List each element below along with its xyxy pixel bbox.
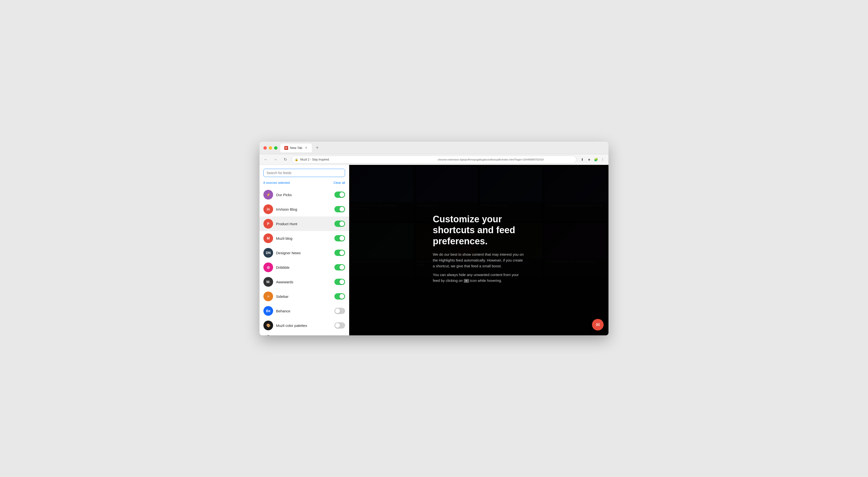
tab-close-button[interactable]: ✕ — [304, 146, 308, 150]
main-content: 8 sources selected Clear all ⚡Our Picksi… — [259, 165, 609, 335]
feed-item-designer-news[interactable]: DNDesigner News — [259, 245, 349, 260]
feed-item-sidebar[interactable]: ≡Sidebar — [259, 289, 349, 304]
modal-body-2: You can always hide any unwanted content… — [433, 272, 525, 283]
feed-icon-designer-news: DN — [264, 248, 273, 258]
toggle-knob-designer-news — [340, 250, 344, 255]
feed-icon-muzli-shorts: M — [264, 335, 273, 335]
feed-name-dribbble: Dribbble — [276, 265, 332, 270]
toggle-knob-product-hunt — [340, 221, 344, 226]
eye-icon: 👁 — [464, 279, 469, 283]
feed-icon-invision-blog: in — [264, 204, 273, 214]
close-button[interactable] — [264, 146, 267, 150]
feed-toggle-product-hunt[interactable] — [334, 220, 345, 227]
browser-window: M New Tab ✕ + ← → ↻ 🔒 Muzli 2 - Stay Ins… — [259, 142, 609, 335]
toggle-knob-dribbble — [340, 265, 344, 270]
bookmark-icon[interactable]: ★ — [586, 157, 592, 163]
back-button[interactable]: ← — [262, 156, 269, 163]
feed-item-behance[interactable]: BeBehance — [259, 304, 349, 318]
feed-name-designer-news: Designer News — [276, 251, 332, 255]
feed-icon-muzli-blog: M — [264, 233, 273, 243]
share-icon[interactable]: ⬆ — [579, 157, 585, 163]
feed-name-invision-blog: InVision Blog — [276, 207, 332, 211]
toggle-knob-our-picks — [340, 192, 344, 197]
toggle-knob-behance — [335, 308, 340, 313]
search-container — [259, 165, 349, 179]
feed-name-product-hunt: Product Hunt — [276, 222, 332, 226]
feed-toggle-sidebar[interactable] — [334, 293, 345, 300]
modal-content: Customize your shortcuts and feed prefer… — [423, 204, 534, 296]
fab-button[interactable]: ✉ — [592, 319, 603, 331]
feed-icon-product-hunt: P — [264, 219, 273, 229]
address-bar[interactable]: 🔒 Muzli 2 - Stay Inspired chrome-extensi… — [291, 156, 577, 164]
search-input[interactable] — [264, 169, 345, 177]
toggle-knob-sidebar — [340, 294, 344, 299]
tab-area: M New Tab ✕ + — [280, 144, 604, 152]
sources-count: 8 sources selected — [264, 181, 289, 184]
sidebar: 8 sources selected Clear all ⚡Our Picksi… — [259, 165, 349, 335]
feed-icon-dribbble: ◎ — [264, 263, 273, 272]
feed-item-muzli-palettes[interactable]: 🎨Muzli color palettes — [259, 318, 349, 333]
modal-body-1: We do our best to show content that may … — [433, 251, 525, 269]
toggle-knob-invision-blog — [340, 207, 344, 212]
clear-all-button[interactable]: Clear all — [334, 181, 345, 184]
forward-button[interactable]: → — [272, 156, 279, 163]
feed-toggle-our-picks[interactable] — [334, 192, 345, 198]
new-tab-button[interactable]: + — [314, 144, 320, 151]
feed-toggle-muzli-palettes[interactable] — [334, 322, 345, 329]
feed-icon-behance: Be — [264, 306, 273, 316]
feed-name-behance: Behance — [276, 309, 332, 313]
tab-title: New Tab — [290, 146, 302, 150]
lock-icon: 🔒 — [294, 158, 298, 161]
title-bar: M New Tab ✕ + — [259, 142, 609, 154]
feed-toggle-invision-blog[interactable] — [334, 206, 345, 212]
tab-favicon: M — [284, 146, 288, 150]
site-name: Muzli 2 - Stay Inspired — [300, 158, 436, 161]
maximize-button[interactable] — [274, 146, 277, 150]
address-url: chrome-extension://glcipcfhmopcgidicgdoc… — [438, 158, 574, 161]
feed-item-product-hunt[interactable]: PProduct Hunt — [259, 216, 349, 231]
minimize-button[interactable] — [269, 146, 272, 150]
modal-overlay: Customize your shortcuts and feed prefer… — [349, 165, 609, 335]
feed-item-awwwards[interactable]: W.Awwwards — [259, 275, 349, 289]
feed-toggle-behance[interactable] — [334, 308, 345, 314]
feed-toggle-awwwards[interactable] — [334, 279, 345, 285]
address-bar-row: ← → ↻ 🔒 Muzli 2 - Stay Inspired chrome-e… — [259, 154, 609, 165]
extensions-icon[interactable]: 🧩 — [593, 157, 599, 163]
feed-toggle-muzli-blog[interactable] — [334, 235, 345, 241]
feed-icon-sidebar: ≡ — [264, 292, 273, 301]
feed-item-muzli-shorts[interactable]: MMuzli #shorts — [259, 333, 349, 335]
sources-header: 8 sources selected Clear all — [259, 179, 349, 188]
toggle-knob-muzli-palettes — [335, 323, 340, 328]
feed-name-muzli-blog: Muzli blog — [276, 236, 332, 240]
feed-toggle-dribbble[interactable] — [334, 264, 345, 270]
feed-item-dribbble[interactable]: ◎Dribbble — [259, 260, 349, 275]
toolbar-icons: ⬆ ★ 🧩 ⋮ — [579, 157, 606, 163]
feed-name-sidebar: Sidebar — [276, 295, 332, 299]
feed-icon-muzli-palettes: 🎨 — [264, 320, 273, 330]
feed-name-our-picks: Our Picks — [276, 193, 332, 197]
feed-icon-our-picks: ⚡ — [264, 190, 273, 200]
modal-title: Customize your shortcuts and feed prefer… — [433, 214, 525, 247]
feed-item-muzli-blog[interactable]: MMuzli blog — [259, 231, 349, 245]
refresh-button[interactable]: ↻ — [282, 156, 289, 163]
feed-item-our-picks[interactable]: ⚡Our Picks — [259, 188, 349, 202]
feed-toggle-designer-news[interactable] — [334, 250, 345, 256]
menu-icon[interactable]: ⋮ — [600, 157, 606, 163]
feed-list: ⚡Our PicksinInVision BlogPProduct HuntMM… — [259, 188, 349, 335]
toggle-knob-awwwards — [340, 279, 344, 284]
active-tab[interactable]: M New Tab ✕ — [280, 144, 312, 152]
feed-item-invision-blog[interactable]: inInVision Blog — [259, 202, 349, 216]
feed-name-awwwards: Awwwards — [276, 280, 332, 284]
traffic-lights — [264, 146, 277, 150]
feed-icon-awwwards: W. — [264, 277, 273, 287]
feed-name-muzli-palettes: Muzli color palettes — [276, 323, 332, 328]
toggle-knob-muzli-blog — [340, 236, 344, 241]
main-panel: Build Powerful Web Apps With Visual Prog… — [349, 165, 609, 335]
